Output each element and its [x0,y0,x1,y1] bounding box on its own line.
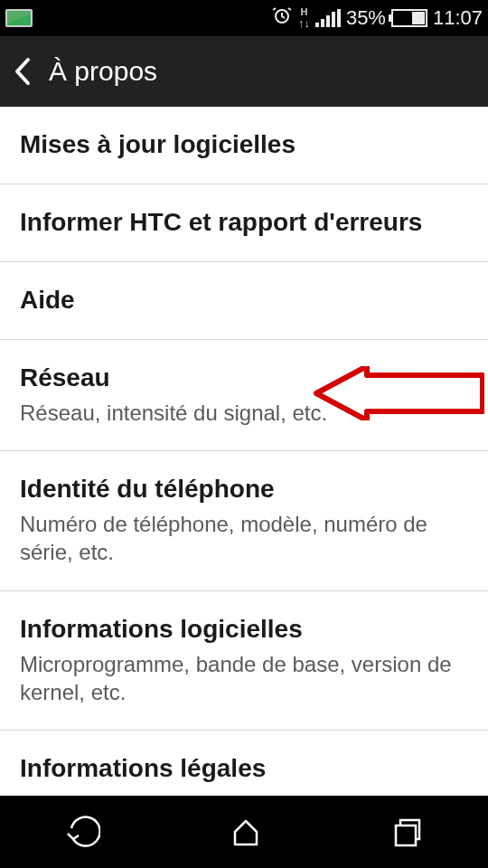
battery-icon [391,9,427,27]
item-subtitle: Microprogramme, bande de base, version d… [20,650,468,706]
clock: 11:07 [433,6,483,30]
mobile-data-icon: H ↑↓ [298,7,310,29]
item-title: Identité du téléphone [20,473,468,505]
item-software-info[interactable]: Informations logicielles Microprogramme,… [0,591,488,731]
item-software-updates[interactable]: Mises à jour logicielles [0,107,488,184]
status-bar: H ↑↓ 35% 11:07 [0,0,488,36]
item-network[interactable]: Réseau Réseau, intensité du signal, etc. [0,340,488,451]
alarm-icon [271,5,293,32]
back-icon[interactable] [13,56,33,87]
svg-rect-1 [396,826,416,845]
nav-home-icon[interactable] [230,816,262,848]
item-title: Aide [20,284,468,316]
battery-percent: 35% [346,6,386,30]
arrow-annotation-icon [313,366,484,424]
app-header: À propos [0,36,488,107]
nav-back-icon[interactable] [64,816,100,848]
settings-list: Mises à jour logicielles Informer HTC et… [0,107,488,791]
item-subtitle: Numéro de téléphone, modèle, numéro de s… [20,510,468,566]
item-title: Mises à jour logicielles [20,128,468,160]
item-title: Informer HTC et rapport d'erreurs [20,206,468,238]
item-help[interactable]: Aide [0,262,488,340]
page-title: À propos [49,56,157,87]
item-title: Informations légales [20,752,468,784]
signal-icon [315,9,341,27]
item-legal-info[interactable]: Informations légales [0,731,488,791]
item-title: Informations logicielles [20,613,468,645]
notification-image-icon [5,9,33,27]
system-nav-bar [0,796,488,868]
item-htc-report[interactable]: Informer HTC et rapport d'erreurs [0,184,488,262]
nav-recent-icon[interactable] [391,816,424,848]
item-phone-identity[interactable]: Identité du téléphone Numéro de téléphon… [0,451,488,590]
